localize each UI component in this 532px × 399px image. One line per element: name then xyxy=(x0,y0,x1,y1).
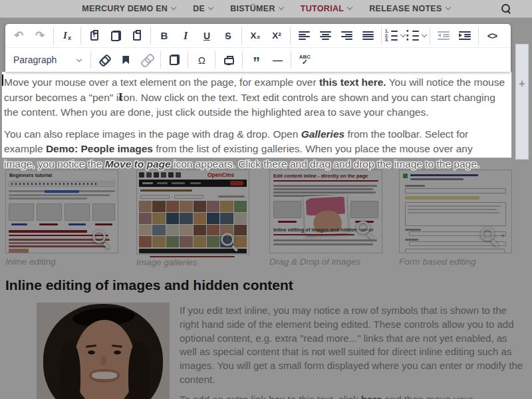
toolbar-separator xyxy=(53,27,54,45)
align-left-button[interactable] xyxy=(294,26,314,45)
toolbar-separator xyxy=(242,51,243,68)
copy-button[interactable] xyxy=(106,26,126,45)
editable-content-area[interactable]: Move your mouse over a text element on t… xyxy=(1,72,512,158)
insert-template-button[interactable] xyxy=(164,51,184,70)
chevron-down-icon xyxy=(208,5,213,10)
nav-item-bistuemer[interactable]: BISTÜMER xyxy=(230,4,283,13)
toolbar-separator xyxy=(241,27,242,45)
align-center-button[interactable] xyxy=(315,26,335,45)
spellcheck-icon: ABC✓ xyxy=(299,55,311,66)
outdent-icon xyxy=(438,31,450,40)
toolbar-row-2: Paragraph Ω ” — ABC✓ xyxy=(5,48,511,72)
paste-icon xyxy=(133,31,141,41)
chevron-down-icon xyxy=(400,32,406,37)
bold-button[interactable]: B xyxy=(154,26,174,45)
paste-button[interactable] xyxy=(127,26,147,45)
screen: MERCURY DEMO EN DE BISTÜMER TUTORIAL REL… xyxy=(0,0,532,399)
blockquote-button[interactable]: ” xyxy=(246,51,266,70)
nav-item-release-notes[interactable]: RELEASE NOTES xyxy=(369,4,450,13)
toolbar-separator xyxy=(188,51,188,68)
toolbar-separator xyxy=(381,27,382,45)
chevron-down-icon xyxy=(76,56,82,61)
indent-icon xyxy=(459,31,471,40)
editor-paragraph: Move your mouse over a text element on t… xyxy=(4,75,506,120)
top-navbar: MERCURY DEMO EN DE BISTÜMER TUTORIAL REL… xyxy=(0,0,532,18)
chevron-down-icon xyxy=(279,5,284,10)
numbered-list-button[interactable]: 1.2.3. xyxy=(385,26,405,45)
paste-as-text-button[interactable]: T xyxy=(84,26,104,45)
clear-formatting-icon: I xyxy=(63,30,67,41)
align-justify-button[interactable] xyxy=(358,26,378,45)
italic-button[interactable]: I xyxy=(176,26,196,45)
paragraph-format-select[interactable]: Paragraph xyxy=(8,51,88,70)
print-button[interactable] xyxy=(219,51,239,70)
unlink-icon xyxy=(139,51,156,68)
align-center-icon xyxy=(320,31,331,40)
nav-item-label: BISTÜMER xyxy=(230,4,275,13)
search-icon[interactable] xyxy=(501,3,512,15)
nav-item-label: DE xyxy=(193,4,205,13)
undo-button[interactable]: ↶ xyxy=(9,26,29,45)
superscript-button[interactable]: X² xyxy=(267,26,287,45)
paste-as-text-icon: T xyxy=(90,31,98,41)
insert-link-button[interactable] xyxy=(94,51,114,70)
indent-button[interactable] xyxy=(455,26,475,45)
bullet-list-button[interactable]: ••• xyxy=(406,26,426,45)
numbered-list-icon: 1.2.3. xyxy=(385,30,398,41)
align-right-icon xyxy=(341,31,352,40)
bookmark-icon xyxy=(122,56,129,65)
editor-toolbar: ↶ ↷ Ix T B I U S X₂ X² 1.2.3. ••• xyxy=(5,24,511,72)
editor-paragraph: You can also replace images in the page … xyxy=(4,127,506,172)
add-content-rail: + xyxy=(515,44,529,160)
toolbar-row-1: ↶ ↷ Ix T B I U S X₂ X² 1.2.3. ••• xyxy=(5,24,511,48)
nav-item-label: RELEASE NOTES xyxy=(369,4,442,13)
nav-item-de[interactable]: DE xyxy=(193,4,213,13)
nav-item-mercury-demo-en[interactable]: MERCURY DEMO EN xyxy=(82,4,176,13)
toolbar-separator xyxy=(90,51,91,68)
redo-button[interactable]: ↷ xyxy=(30,26,50,45)
paragraph-format-label: Paragraph xyxy=(13,55,57,65)
chevron-down-icon xyxy=(422,32,427,37)
clear-formatting-button[interactable]: Ix xyxy=(57,26,77,45)
nav-item-tutorial[interactable]: TUTORIAL xyxy=(301,4,352,13)
toolbar-separator xyxy=(430,27,430,45)
align-right-button[interactable] xyxy=(336,26,356,45)
toolbar-separator xyxy=(291,51,291,68)
outdent-button[interactable] xyxy=(434,26,454,45)
chevron-down-icon xyxy=(347,5,352,10)
spellcheck-button[interactable]: ABC✓ xyxy=(295,51,315,70)
bullet-list-icon: ••• xyxy=(406,30,419,41)
chevron-down-icon xyxy=(445,5,450,10)
source-code-button[interactable]: <> xyxy=(482,26,502,45)
text-caret xyxy=(2,74,3,86)
toolbar-separator xyxy=(215,51,215,68)
anchor-button[interactable] xyxy=(116,51,136,70)
document-copy-icon xyxy=(170,55,180,65)
align-justify-icon xyxy=(362,31,374,40)
special-character-button[interactable]: Ω xyxy=(192,51,211,70)
underline-button[interactable]: U xyxy=(197,26,217,45)
unlink-button[interactable] xyxy=(137,51,157,70)
toolbar-separator xyxy=(290,27,291,45)
printer-icon xyxy=(224,58,234,65)
paste-letter: T xyxy=(92,33,96,39)
nav-item-label: MERCURY DEMO EN xyxy=(82,4,168,13)
toolbar-separator xyxy=(80,27,81,45)
checkmark-icon: ✓ xyxy=(302,59,308,66)
nav-item-label: TUTORIAL xyxy=(301,4,344,13)
mouse-ibeam-cursor: I xyxy=(118,90,123,104)
horizontal-rule-button[interactable]: — xyxy=(267,51,287,70)
chevron-down-icon xyxy=(171,5,176,10)
toolbar-separator xyxy=(160,51,161,68)
copy-icon xyxy=(111,31,121,41)
add-content-button[interactable]: + xyxy=(516,78,528,90)
clear-formatting-sub: x xyxy=(68,35,71,41)
strikethrough-button[interactable]: S xyxy=(218,26,238,45)
toolbar-separator xyxy=(478,27,479,45)
toolbar-separator xyxy=(150,27,151,45)
link-icon xyxy=(96,51,113,68)
align-left-icon xyxy=(299,31,310,40)
subscript-button[interactable]: X₂ xyxy=(245,26,265,45)
